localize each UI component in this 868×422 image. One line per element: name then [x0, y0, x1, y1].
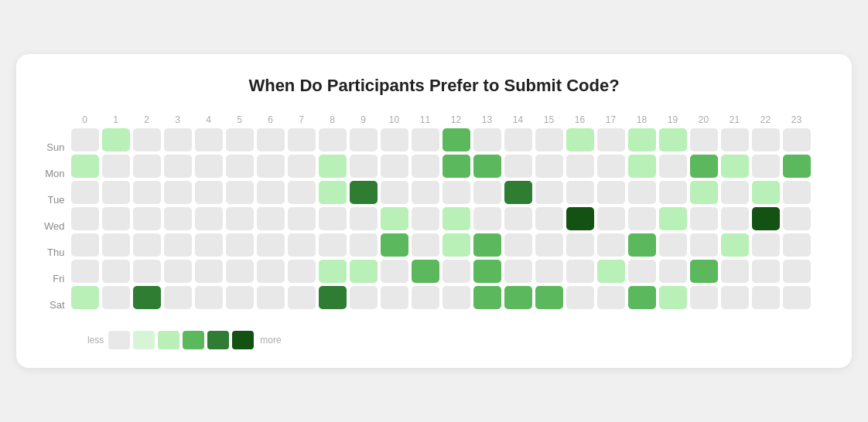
- col-header: 1: [102, 114, 130, 125]
- cell: [195, 181, 223, 204]
- cell: [628, 260, 656, 283]
- cell: [566, 233, 594, 257]
- cell: [195, 260, 223, 283]
- grid-row: [71, 155, 814, 178]
- cell: [659, 260, 687, 283]
- cell: [257, 181, 285, 204]
- cell: [226, 181, 254, 204]
- cell: [102, 286, 130, 309]
- cell: [350, 128, 378, 151]
- cell: [102, 260, 130, 283]
- cell: [721, 155, 749, 178]
- grid-rows: [71, 128, 814, 312]
- cell: [783, 181, 811, 204]
- cell: [443, 260, 470, 283]
- cell: [504, 155, 532, 178]
- col-header: 9: [350, 114, 378, 125]
- grid-row: [71, 233, 814, 257]
- cell: [350, 155, 378, 178]
- cell: [504, 181, 532, 204]
- cell: [566, 286, 594, 309]
- cell: [350, 260, 378, 283]
- legend-less-label: less: [87, 335, 104, 345]
- cell: [71, 233, 99, 257]
- row-label: Fri: [53, 267, 64, 291]
- cell: [443, 233, 470, 257]
- cell: [721, 207, 749, 230]
- grid-row: [71, 260, 814, 283]
- cell: [659, 128, 687, 151]
- cell: [350, 233, 378, 257]
- cell: [164, 260, 192, 283]
- cell: [566, 207, 594, 230]
- cell: [443, 128, 470, 151]
- cell: [443, 181, 470, 204]
- cell: [597, 207, 625, 230]
- legend-row: less more: [87, 331, 282, 349]
- legend-more-label: more: [260, 335, 281, 345]
- col-header: 12: [443, 114, 470, 125]
- cell: [597, 260, 625, 283]
- cell: [381, 286, 408, 309]
- cell: [659, 155, 687, 178]
- row-label: Sun: [46, 136, 64, 159]
- legend-cell: [108, 331, 130, 349]
- cell: [288, 207, 316, 230]
- col-header: 18: [628, 114, 656, 125]
- cell: [690, 233, 718, 257]
- col-header: 19: [659, 114, 687, 125]
- col-header: 6: [257, 114, 285, 125]
- cell: [597, 286, 625, 309]
- chart-area: SunMonTueWedThuFriSat 012345678910111213…: [44, 114, 824, 349]
- cell: [473, 233, 501, 257]
- cell: [319, 207, 347, 230]
- col-header: 4: [195, 114, 223, 125]
- legend-cell: [183, 331, 204, 349]
- cell: [133, 233, 161, 257]
- col-header: 21: [721, 114, 749, 125]
- cell: [504, 207, 532, 230]
- cell: [597, 155, 625, 178]
- cell: [319, 181, 347, 204]
- cell: [257, 233, 285, 257]
- grid-container: SunMonTueWedThuFriSat 012345678910111213…: [44, 114, 814, 320]
- cell: [164, 181, 192, 204]
- cell: [195, 128, 223, 151]
- cell: [319, 128, 347, 151]
- cell: [597, 181, 625, 204]
- cell: [659, 286, 687, 309]
- cell: [659, 207, 687, 230]
- col-header: 13: [473, 114, 501, 125]
- cell: [752, 233, 780, 257]
- cell: [752, 207, 780, 230]
- cell: [443, 286, 470, 309]
- cell: [504, 286, 532, 309]
- legend-cell: [207, 331, 229, 349]
- cell: [690, 155, 718, 178]
- cell: [133, 260, 161, 283]
- cell: [381, 233, 408, 257]
- cell: [504, 128, 532, 151]
- cell: [102, 181, 130, 204]
- col-header: 11: [412, 114, 439, 125]
- cell: [752, 181, 780, 204]
- cell: [597, 128, 625, 151]
- col-header: 23: [783, 114, 811, 125]
- cell: [350, 181, 378, 204]
- cell: [473, 286, 501, 309]
- col-header: 2: [133, 114, 161, 125]
- cell: [659, 233, 687, 257]
- cell: [257, 128, 285, 151]
- cell: [783, 128, 811, 151]
- grid-row: [71, 286, 814, 309]
- cell: [783, 286, 811, 309]
- row-labels: SunMonTueWedThuFriSat: [44, 114, 65, 320]
- col-header: 16: [566, 114, 594, 125]
- legend-cell: [158, 331, 179, 349]
- col-header: 14: [504, 114, 532, 125]
- cell: [535, 286, 563, 309]
- col-header: 10: [381, 114, 408, 125]
- cell: [412, 286, 439, 309]
- cell: [628, 207, 656, 230]
- cell: [566, 260, 594, 283]
